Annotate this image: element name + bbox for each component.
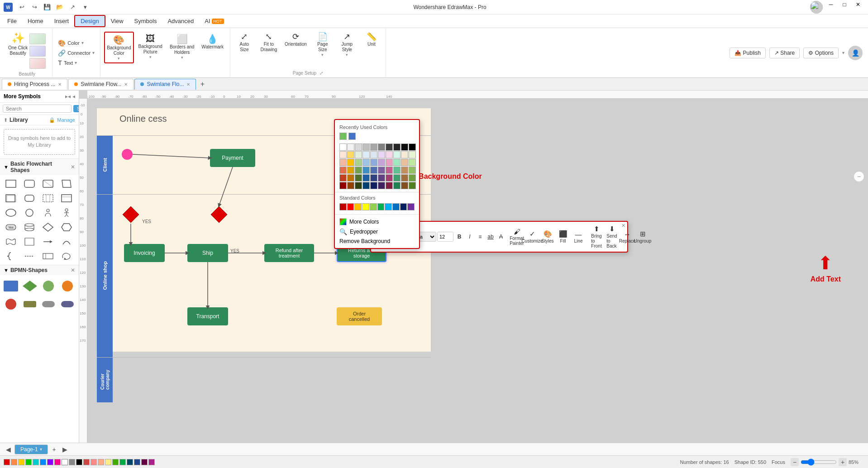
redo-button[interactable]: ↪	[29, 2, 40, 13]
color-b5[interactable]	[362, 167, 370, 174]
color-teal2[interactable]	[393, 159, 401, 166]
color-lime4[interactable]	[409, 174, 416, 181]
remove-background-btn[interactable]: Remove Background	[335, 236, 419, 246]
std-bright-red[interactable]	[347, 203, 354, 210]
bpmn-header[interactable]: ▼ BPMN-Shapes ✕	[0, 265, 79, 275]
shape-actor[interactable]	[58, 206, 75, 220]
zoom-slider[interactable]	[801, 458, 837, 466]
color-pk5[interactable]	[386, 182, 393, 189]
menu-design[interactable]: Design	[74, 15, 105, 27]
ungroup-button[interactable]: ⊞ Ungroup	[635, 229, 650, 245]
underline-button[interactable]: ab	[486, 232, 496, 242]
color-teal1[interactable]	[393, 151, 401, 158]
color-pk2[interactable]	[386, 159, 393, 166]
orientation-button[interactable]: ⟳ Orientation	[282, 30, 310, 71]
shape-parallelogram[interactable]	[58, 177, 75, 191]
status-color-gray[interactable]	[69, 459, 75, 465]
status-color-pink[interactable]	[54, 459, 61, 465]
bpmn-subprocess[interactable]	[59, 278, 76, 294]
jump-style-button[interactable]: ↗ JumpStyle ▾	[336, 30, 358, 71]
search-input[interactable]	[3, 105, 72, 113]
shape-label-rect[interactable]	[40, 249, 56, 263]
color-g2[interactable]	[355, 159, 362, 166]
color-teal3[interactable]	[393, 167, 401, 174]
close-button[interactable]: ✕	[852, 0, 864, 9]
tab-swimlane1-close[interactable]: ✕	[124, 82, 128, 87]
eyedropper-btn[interactable]: 🔍 Eyedropper	[335, 227, 419, 236]
color-p3[interactable]	[378, 167, 385, 174]
color-b10[interactable]	[370, 182, 377, 189]
shape-person[interactable]	[40, 206, 56, 220]
minimize-button[interactable]: ─	[825, 0, 837, 9]
color-light2[interactable]	[355, 143, 362, 151]
color-b4[interactable]	[370, 159, 377, 166]
color-gray2[interactable]	[378, 143, 385, 151]
color-g5[interactable]	[355, 182, 362, 189]
send-back-button[interactable]: ⬇ Send toBack	[605, 224, 619, 250]
bpmn-annotation[interactable]	[40, 296, 57, 312]
shape-dashed-rect[interactable]	[40, 191, 56, 205]
status-color7[interactable]	[119, 459, 126, 465]
color-r3[interactable]	[339, 167, 347, 174]
shape-rectangle[interactable]	[3, 177, 19, 191]
order-cancelled-node[interactable]: Ordercancelled	[337, 307, 382, 325]
color-lime3[interactable]	[409, 167, 416, 174]
color-b3[interactable]	[362, 159, 370, 166]
strikethrough-button[interactable]: A	[496, 232, 506, 242]
std-cyan[interactable]	[385, 203, 392, 210]
status-color-white[interactable]	[62, 459, 68, 465]
status-color-teal[interactable]	[33, 459, 39, 465]
color-p4[interactable]	[378, 174, 385, 181]
color-b2[interactable]	[370, 151, 377, 158]
auto-size-button[interactable]: ⤢ AutoSize	[233, 30, 256, 71]
color-white[interactable]	[339, 143, 347, 151]
color-lime5[interactable]	[409, 182, 416, 189]
shape-oval[interactable]	[21, 206, 38, 220]
font-size-input[interactable]	[437, 232, 453, 242]
status-color-purple[interactable]	[47, 459, 53, 465]
options-button[interactable]: ⚙ Options	[803, 48, 839, 58]
recent-color-blue[interactable]	[348, 133, 356, 140]
color-b9[interactable]	[362, 182, 370, 189]
color-teal5[interactable]	[393, 182, 401, 189]
bpmn-gateway[interactable]	[22, 278, 38, 294]
align-button[interactable]: ≡	[475, 232, 485, 242]
color-lime2[interactable]	[409, 159, 416, 166]
shape-diamond-cut[interactable]	[40, 177, 56, 191]
color-g3[interactable]	[355, 167, 362, 174]
color-y1[interactable]	[347, 151, 354, 158]
watermark-button[interactable]: 💧 Watermark	[199, 32, 226, 52]
unit-button[interactable]: 📏 Unit	[360, 30, 383, 71]
std-dark-blue[interactable]	[400, 203, 407, 210]
shape-arc[interactable]	[58, 235, 75, 248]
publish-button[interactable]: 📤 Publish	[730, 48, 766, 58]
tab-hiring-close[interactable]: ✕	[58, 82, 62, 87]
status-color5[interactable]	[105, 459, 111, 465]
std-lime[interactable]	[370, 203, 377, 210]
color-r4[interactable]	[339, 174, 347, 181]
zoom-fit-button[interactable]: −	[854, 171, 864, 182]
shape-ellipse[interactable]	[3, 206, 19, 220]
status-color-orange[interactable]	[11, 459, 17, 465]
status-color10[interactable]	[141, 459, 148, 465]
recent-color-green[interactable]	[339, 133, 347, 140]
background-color-button[interactable]: 🎨 BackgroundColor ▾	[104, 32, 134, 63]
color-b6[interactable]	[370, 167, 377, 174]
color-dark1[interactable]	[386, 143, 393, 151]
color-dark2[interactable]	[393, 143, 401, 151]
basic-shapes-close[interactable]: ✕	[71, 164, 75, 170]
std-blue[interactable]	[392, 203, 400, 210]
manage-link[interactable]: Manage	[57, 117, 75, 123]
shape-rounded-rect[interactable]	[21, 177, 38, 191]
line-button[interactable]: — Line	[571, 229, 586, 245]
status-color2[interactable]	[83, 459, 90, 465]
color-black[interactable]	[409, 143, 416, 151]
color-pk4[interactable]	[386, 174, 393, 181]
shape-loop[interactable]	[58, 249, 75, 263]
color-or5[interactable]	[401, 182, 408, 189]
color-y5[interactable]	[347, 182, 354, 189]
color-light1[interactable]	[347, 143, 354, 151]
invoicing-node[interactable]: Invoicing	[124, 244, 165, 262]
focus-button[interactable]: Focus	[772, 459, 785, 465]
tab-swimlane1[interactable]: Swimlane Flow... ✕	[68, 79, 134, 90]
